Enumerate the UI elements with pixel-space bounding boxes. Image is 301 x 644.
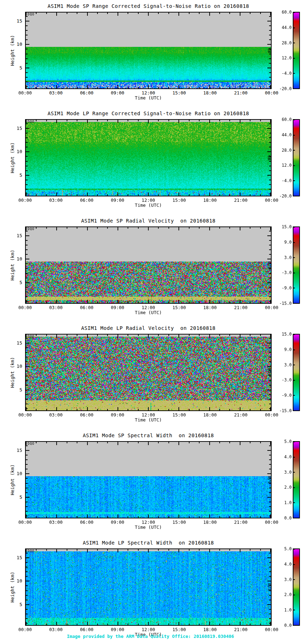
y-tick-label: 5 bbox=[19, 172, 22, 177]
panel-lp-snr: ASIM1 Mode LP Range Corrected Signal-to-… bbox=[0, 107, 301, 215]
panel-sp-radial-velocity: ASIM1 Mode SP Radial Velocity on 2016081… bbox=[0, 215, 301, 322]
colorbar-tick-label: -9.0 bbox=[282, 393, 292, 398]
panel-sp-spectral-width: ASIM1 Mode SP Spectral Width on 20160818… bbox=[0, 429, 301, 537]
colorbar-tick-label: 1.0 bbox=[284, 608, 292, 613]
colorbar-tick-label: 5.0 bbox=[284, 439, 292, 444]
x-tick-label: 03:00 bbox=[49, 197, 63, 203]
colorbar-tick-label: -4.0 bbox=[282, 71, 292, 76]
x-tick-label: 00:00 bbox=[265, 197, 278, 203]
y-tick-label: 10 bbox=[16, 256, 22, 262]
colorbar-tick-label: 0.0 bbox=[284, 516, 292, 521]
arm-dqo-quicklook-page: ASIM1 Mode SP Range Corrected Signal-to-… bbox=[0, 0, 301, 644]
colorbar-tick-label: 60.0 bbox=[282, 10, 292, 15]
colorbar bbox=[293, 119, 300, 196]
x-tick-labels: 00:0003:0006:0009:0012:0015:0018:0021:00… bbox=[25, 627, 272, 632]
panel-title: ASIM1 Mode SP Spectral Width on 20160818 bbox=[25, 433, 272, 438]
colorbar bbox=[293, 226, 300, 304]
y-tick-label: 10 bbox=[16, 42, 22, 47]
y-tick-label: 5 bbox=[19, 279, 22, 285]
colorbar-tick-label: -4.0 bbox=[282, 178, 292, 183]
panel-lp-radial-velocity: ASIM1 Mode LP Radial Velocity on 2016081… bbox=[0, 322, 301, 429]
colorbar bbox=[293, 12, 300, 89]
x-tick-label: 09:00 bbox=[111, 197, 124, 203]
dqo-label: DQO bbox=[28, 227, 34, 231]
x-tick-label: 15:00 bbox=[172, 197, 186, 203]
x-tick-labels: 00:0003:0006:0009:0012:0015:0018:0021:00… bbox=[25, 519, 272, 525]
y-tick-label: 15 bbox=[16, 340, 22, 345]
x-axis-label: Time (UTC) bbox=[25, 525, 272, 530]
colorbar-tick-label: 2.0 bbox=[284, 592, 292, 597]
x-tick-label: 06:00 bbox=[80, 197, 94, 203]
colorbar-tick-label: 44.0 bbox=[282, 132, 292, 137]
colorbar-tick-labels: 60.044.028.012.0-4.0-20.0 bbox=[274, 119, 292, 196]
x-tick-label: 15:00 bbox=[172, 412, 186, 418]
x-tick-label: 06:00 bbox=[80, 90, 94, 96]
x-tick-label: 06:00 bbox=[80, 412, 94, 418]
colorbar-tick-label: 60.0 bbox=[282, 117, 292, 122]
y-tick-label: 5 bbox=[19, 494, 22, 499]
y-tick-labels: 51015 bbox=[14, 226, 23, 304]
colorbar-tick-label: 3.0 bbox=[284, 362, 292, 367]
y-tick-label: 10 bbox=[16, 149, 22, 154]
x-tick-label: 15:00 bbox=[172, 519, 186, 525]
colorbar-unit: dB bbox=[267, 48, 272, 53]
x-tick-label: 00:00 bbox=[265, 519, 278, 525]
colorbar-tick-label: 4.0 bbox=[284, 562, 292, 567]
y-tick-labels: 51015 bbox=[14, 12, 23, 89]
x-tick-label: 15:00 bbox=[172, 305, 186, 310]
x-tick-labels: 00:0003:0006:0009:0012:0015:0018:0021:00… bbox=[25, 305, 272, 310]
y-tick-label: 15 bbox=[16, 555, 22, 560]
colorbar-tick-label: -3.0 bbox=[282, 377, 292, 382]
x-tick-label: 18:00 bbox=[203, 90, 217, 96]
heatmap-canvas bbox=[25, 548, 272, 626]
x-tick-label: 18:00 bbox=[203, 197, 217, 203]
colorbar-tick-labels: 15.09.03.0-3.0-9.0-15.0 bbox=[274, 226, 292, 304]
colorbar-tick-labels: 15.09.03.0-3.0-9.0-15.0 bbox=[274, 334, 292, 411]
x-tick-label: 00:00 bbox=[265, 305, 278, 310]
y-tick-label: 5 bbox=[19, 601, 22, 607]
panel-title: ASIM1 Mode LP Range Corrected Signal-to-… bbox=[25, 111, 272, 116]
y-tick-label: 5 bbox=[19, 65, 22, 70]
x-tick-label: 06:00 bbox=[80, 305, 94, 310]
heatmap-plot: DQO bbox=[25, 12, 272, 89]
x-tick-label: 03:00 bbox=[49, 412, 63, 418]
x-tick-label: 09:00 bbox=[111, 519, 124, 525]
x-tick-label: 18:00 bbox=[203, 412, 217, 418]
heatmap-canvas bbox=[25, 334, 272, 411]
x-tick-label: 03:00 bbox=[49, 90, 63, 96]
x-tick-label: 12:00 bbox=[142, 197, 155, 203]
colorbar-tick-label: -15.0 bbox=[279, 301, 292, 306]
colorbar-tick-label: 12.0 bbox=[282, 55, 292, 60]
x-tick-labels: 00:0003:0006:0009:0012:0015:0018:0021:00… bbox=[25, 90, 272, 95]
x-tick-label: 12:00 bbox=[142, 90, 155, 96]
dqo-label: DQO bbox=[28, 120, 34, 123]
panel-title: ASIM1 Mode LP Spectral Width on 20160818 bbox=[25, 540, 272, 546]
x-tick-label: 03:00 bbox=[49, 305, 63, 310]
heatmap-plot: DQO bbox=[25, 548, 272, 626]
colorbar-tick-label: 3.0 bbox=[284, 255, 292, 260]
x-tick-label: 00:00 bbox=[265, 412, 278, 418]
colorbar-tick-label: 3.0 bbox=[284, 470, 292, 475]
heatmap-plot: DQO bbox=[25, 226, 272, 304]
heatmap-canvas bbox=[25, 226, 272, 304]
colorbar-tick-label: 15.0 bbox=[282, 224, 292, 229]
colorbar-tick-label: 5.0 bbox=[284, 546, 292, 551]
y-tick-label: 10 bbox=[16, 364, 22, 369]
footer-credit: Image provided by the ARM Data Quality O… bbox=[0, 634, 301, 639]
x-tick-label: 12:00 bbox=[142, 305, 155, 310]
x-tick-label: 06:00 bbox=[80, 627, 94, 632]
x-axis-label: Time (UTC) bbox=[25, 95, 272, 101]
colorbar-unit: dB bbox=[267, 155, 272, 160]
x-tick-label: 00:00 bbox=[18, 412, 32, 418]
colorbar-tick-label: -3.0 bbox=[282, 270, 292, 275]
colorbar-tick-labels: 60.044.028.012.0-4.0-20.0 bbox=[274, 12, 292, 89]
x-tick-label: 00:00 bbox=[265, 90, 278, 96]
x-tick-label: 03:00 bbox=[49, 519, 63, 525]
colorbar-tick-label: 28.0 bbox=[282, 40, 292, 45]
x-tick-label: 00:00 bbox=[18, 197, 32, 203]
colorbar-tick-labels: 5.04.03.02.01.00.0 bbox=[274, 548, 292, 626]
dqo-label: DQO bbox=[28, 13, 34, 16]
colorbar-tick-label: 9.0 bbox=[284, 347, 292, 352]
heatmap-plot: DQO bbox=[25, 334, 272, 411]
colorbar-unit: m/s bbox=[267, 261, 272, 269]
